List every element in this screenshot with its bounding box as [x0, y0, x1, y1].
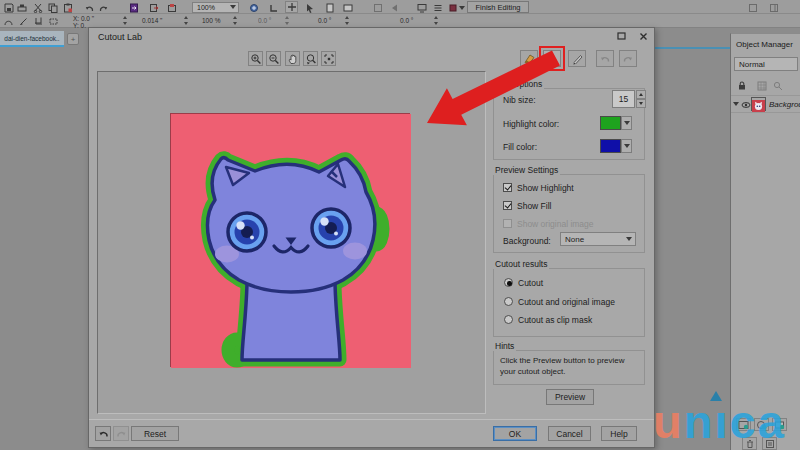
cutout-radio-label[interactable]: Cutout [518, 278, 543, 288]
tool-knife-icon[interactable] [18, 16, 29, 27]
save-icon[interactable] [3, 2, 14, 13]
blend-mode-combo[interactable]: Normal [734, 57, 798, 71]
print-icon[interactable] [16, 2, 27, 13]
cutout-image[interactable] [170, 113, 410, 367]
close-button[interactable] [635, 30, 652, 42]
zoom-level-combo[interactable]: 100% [192, 2, 239, 13]
cutout-and-original-label[interactable]: Cutout and original image [518, 297, 615, 307]
undo-icon[interactable] [83, 2, 94, 13]
cutout-radio[interactable] [504, 278, 513, 287]
cancel-button[interactable]: Cancel [548, 426, 591, 441]
pan-button[interactable] [285, 51, 300, 66]
object-manager-title: Object Manager [736, 40, 793, 49]
highlighter-tool-button[interactable] [520, 50, 538, 67]
help-button[interactable]: Help [601, 426, 637, 441]
tool-crop-icon[interactable] [33, 16, 44, 27]
launcher-icon[interactable] [448, 2, 459, 13]
nib-size-spinner[interactable] [636, 90, 646, 108]
position-spinner[interactable] [122, 16, 129, 25]
new-tab-button[interactable]: + [67, 33, 79, 45]
launcher-chevron-icon[interactable] [459, 6, 465, 10]
show-fill-label[interactable]: Show Fill [517, 201, 551, 211]
skew-v-field[interactable]: 0.0 ° [400, 17, 413, 24]
zoom-to-selection-button[interactable] [303, 51, 318, 66]
watermark-letter-c: c [730, 398, 758, 445]
highlight-color-dropdown[interactable] [621, 116, 632, 130]
skew-h-spinner[interactable] [344, 16, 351, 25]
scale-field[interactable]: 100 % [202, 17, 220, 24]
highlighter-icon [523, 52, 536, 65]
fit-to-window-icon [323, 53, 335, 65]
show-highlight-checkbox[interactable] [503, 183, 512, 192]
tab-document[interactable]: dai-dien-facebook.. [0, 31, 64, 47]
scale-spinner[interactable] [232, 16, 239, 25]
options-icon[interactable] [432, 2, 443, 13]
redo-icon[interactable] [98, 2, 109, 13]
rotation-field[interactable]: 0.0 ° [258, 17, 271, 24]
fill-color-swatch[interactable] [600, 139, 621, 153]
background-label: Background: [503, 236, 551, 246]
cutout-clip-mask-radio[interactable] [504, 315, 513, 324]
page-icon[interactable] [324, 2, 335, 13]
app-window: 100% Finish Editing X: 0.0 " Y: 0. 0.014… [0, 0, 800, 450]
copy-icon[interactable] [47, 2, 58, 13]
position-x-field[interactable]: X: 0.0 " [73, 15, 94, 22]
snap-icon[interactable] [248, 2, 259, 13]
chevron-down-icon [624, 144, 630, 148]
fill-color-dropdown[interactable] [621, 139, 632, 153]
workspace-icon[interactable] [747, 2, 758, 13]
reset-button[interactable]: Reset [131, 426, 179, 441]
rotation-spinner[interactable] [284, 16, 291, 25]
cutout-and-original-radio[interactable] [504, 297, 513, 306]
redo-detail-icon [622, 53, 634, 65]
highlight-color-swatch[interactable] [600, 116, 621, 130]
zoom-in-button[interactable] [248, 51, 263, 66]
size-spinner[interactable] [183, 16, 190, 25]
layer-thumbnail[interactable] [751, 97, 766, 111]
nib-size-input[interactable]: 15 [612, 90, 635, 108]
fill-brush-icon [571, 52, 584, 65]
tool-rect-icon[interactable] [48, 16, 59, 27]
zoom-to-fit-button[interactable] [321, 51, 336, 66]
layer-thumbnail-image [752, 100, 765, 112]
chevron-down-icon [626, 237, 632, 241]
preview-button[interactable]: Preview [546, 389, 594, 405]
position-y-field[interactable]: Y: 0. [73, 22, 86, 29]
maximize-icon [617, 32, 626, 40]
eye-icon[interactable] [740, 99, 751, 110]
skew-v-spinner[interactable] [433, 16, 440, 25]
ok-button[interactable]: OK [493, 426, 537, 441]
tool-shape-icon[interactable] [3, 16, 14, 27]
welcome-screen-icon[interactable] [416, 2, 427, 13]
inside-fill-tool-button[interactable] [568, 50, 586, 67]
layer-name[interactable]: Background [769, 100, 800, 109]
layer-expand-icon[interactable] [733, 102, 739, 106]
size-field[interactable]: 0.014 " [142, 17, 162, 24]
skew-h-field[interactable]: 0.0 ° [318, 17, 331, 24]
corner-icon[interactable] [268, 2, 279, 13]
zoom-in-icon [250, 53, 262, 65]
cutout-clip-mask-label[interactable]: Cutout as clip mask [518, 315, 592, 325]
dockers-icon[interactable] [768, 2, 779, 13]
watermark-letter-i: ı [714, 398, 729, 445]
maximize-button[interactable] [613, 30, 630, 42]
export-icon[interactable] [148, 2, 159, 13]
pick-tool-icon[interactable] [304, 2, 315, 13]
background-combo[interactable]: None [560, 232, 636, 246]
paste-icon[interactable] [62, 2, 73, 13]
watermark-arrow-icon [710, 391, 722, 401]
import-icon[interactable] [128, 2, 139, 13]
show-highlight-label[interactable]: Show Highlight [517, 183, 574, 193]
preview-settings-title: Preview Settings [493, 165, 560, 175]
show-fill-checkbox[interactable] [503, 201, 512, 210]
cut-icon[interactable] [32, 2, 43, 13]
publish-icon[interactable] [166, 2, 177, 13]
zoom-selection-icon [305, 53, 317, 65]
page-landscape-icon[interactable] [342, 2, 353, 13]
lock-transparency-icon[interactable] [736, 80, 747, 91]
finish-editing-button[interactable]: Finish Editing [467, 1, 529, 13]
remove-from-highlight-button [619, 50, 637, 67]
undo-button[interactable] [95, 426, 111, 441]
zoom-out-button[interactable] [266, 51, 281, 66]
treat-as-filled-icon[interactable] [285, 1, 298, 13]
